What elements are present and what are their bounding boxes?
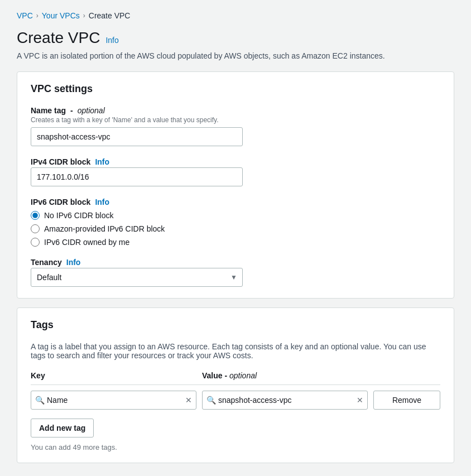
name-tag-description: Creates a tag with a key of 'Name' and a…	[31, 116, 440, 124]
add-tag-button[interactable]: Add new tag	[31, 419, 94, 437]
tenancy-label-row: Tenancy Info	[31, 258, 440, 267]
radio-owned-ipv6-input[interactable]	[31, 238, 40, 247]
tag-value-input[interactable]	[202, 391, 368, 410]
ipv6-cidr-label-row: IPv6 CIDR block Info	[31, 198, 440, 206]
clear-value-icon[interactable]: ✕	[357, 396, 363, 405]
tag-key-input[interactable]	[31, 391, 196, 410]
ipv4-cidr-group: IPv4 CIDR block Info	[31, 157, 440, 186]
name-tag-input[interactable]	[31, 127, 243, 146]
search-icon: 🔍	[35, 396, 45, 405]
breadcrumb: VPC › Your VPCs › Create VPC	[17, 11, 454, 20]
radio-no-ipv6[interactable]: No IPv6 CIDR block	[31, 211, 440, 220]
radio-amazon-ipv6[interactable]: Amazon-provided IPv6 CIDR block	[31, 224, 440, 233]
ipv4-cidr-label-text: IPv4 CIDR block	[31, 157, 90, 166]
radio-owned-ipv6-label: IPv6 CIDR owned by me	[44, 238, 129, 247]
tags-col-value-header: Value - optional	[202, 371, 368, 380]
page-title-row: Create VPC Info	[17, 29, 454, 47]
name-tag-optional: optional	[78, 106, 105, 115]
tenancy-group: Tenancy Info Default Dedicated Host ▼	[31, 258, 440, 287]
page-info-link[interactable]: Info	[105, 36, 118, 45]
radio-amazon-ipv6-label: Amazon-provided IPv6 CIDR block	[44, 224, 165, 233]
ipv4-cidr-label-row: IPv4 CIDR block Info	[31, 157, 440, 166]
page-description: A VPC is an isolated portion of the AWS …	[17, 51, 454, 60]
tenancy-label-text: Tenancy	[31, 258, 62, 267]
ipv6-radio-group: No IPv6 CIDR block Amazon-provided IPv6 …	[31, 211, 440, 247]
clear-key-icon[interactable]: ✕	[185, 396, 192, 405]
tenancy-select-wrapper: Default Dedicated Host ▼	[31, 268, 243, 287]
table-row: 🔍 ✕ 🔍 ✕ Remove	[31, 391, 440, 410]
name-tag-group: Name tag - optional Creates a tag with a…	[31, 106, 440, 146]
ipv4-cidr-input[interactable]	[31, 167, 243, 186]
ipv6-cidr-label-text: IPv6 CIDR block	[31, 198, 90, 206]
name-tag-label: Name tag - optional	[31, 106, 440, 115]
breadcrumb-sep-2: ›	[83, 12, 85, 20]
tags-table-header: Key Value - optional	[31, 371, 440, 385]
tags-footer-note: You can add 49 more tags.	[31, 443, 440, 451]
breadcrumb-sep-1: ›	[36, 12, 39, 20]
tenancy-info-link[interactable]: Info	[66, 258, 81, 267]
tags-col-key-header: Key	[31, 371, 196, 380]
search-icon: 🔍	[206, 396, 216, 405]
tags-card: Tags A tag is a label that you assign to…	[17, 307, 454, 463]
name-tag-label-text: Name tag	[31, 106, 66, 115]
ipv4-cidr-info-link[interactable]: Info	[95, 157, 109, 166]
radio-owned-ipv6[interactable]: IPv6 CIDR owned by me	[31, 238, 440, 247]
breadcrumb-your-vpcs[interactable]: Your VPCs	[42, 11, 80, 20]
vpc-settings-card: VPC settings Name tag - optional Creates…	[17, 71, 454, 299]
ipv6-cidr-group: IPv6 CIDR block Info No IPv6 CIDR block …	[31, 198, 440, 247]
page-title: Create VPC	[17, 29, 100, 47]
radio-no-ipv6-label: No IPv6 CIDR block	[44, 211, 113, 220]
tags-col-action-header	[373, 371, 440, 380]
tags-col-value-label: Value	[202, 371, 223, 380]
name-tag-dash: -	[70, 106, 73, 115]
tags-col-value-optional: optional	[229, 371, 257, 380]
radio-no-ipv6-input[interactable]	[31, 211, 40, 220]
radio-amazon-ipv6-input[interactable]	[31, 224, 40, 233]
tags-title: Tags	[31, 319, 440, 331]
tags-col-value-sep: -	[224, 371, 229, 380]
breadcrumb-vpc[interactable]: VPC	[17, 11, 33, 20]
vpc-settings-title: VPC settings	[31, 83, 440, 95]
remove-tag-button[interactable]: Remove	[373, 391, 440, 410]
tag-value-wrapper: 🔍 ✕	[202, 391, 368, 410]
tenancy-select[interactable]: Default Dedicated Host	[31, 268, 243, 287]
breadcrumb-create-vpc: Create VPC	[89, 11, 131, 20]
ipv6-cidr-info-link[interactable]: Info	[95, 198, 109, 206]
tags-description: A tag is a label that you assign to an A…	[31, 342, 440, 360]
tag-key-wrapper: 🔍 ✕	[31, 391, 196, 410]
